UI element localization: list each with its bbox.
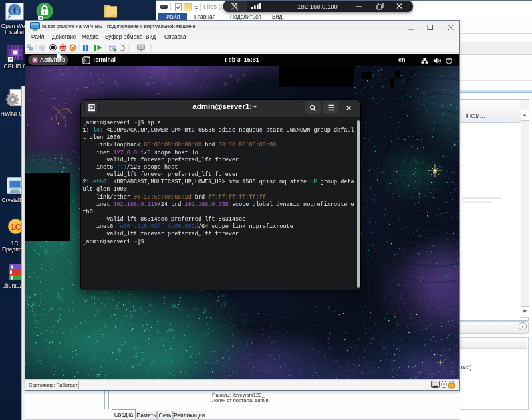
svg-text:1С: 1С (10, 222, 21, 232)
